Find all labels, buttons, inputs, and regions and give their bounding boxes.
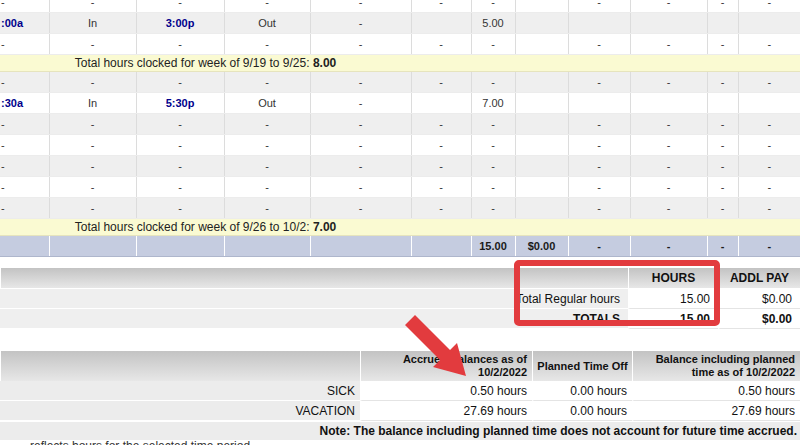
partial-footnote-text: reflects hours for the selected time per…: [30, 439, 250, 445]
timesheet-cell: -: [136, 177, 224, 198]
timesheet-cell: -: [136, 114, 224, 135]
timesheet-cell: [630, 93, 707, 114]
timesheet-day-row: -----------: [0, 198, 800, 219]
timesheet-table: -----------:00aIn3:00pOut-5.00----------…: [0, 0, 800, 257]
accrual-note-row: Note: The balance including planned time…: [0, 421, 800, 440]
timesheet-cell: [515, 198, 568, 219]
timesheet-cell: -: [411, 114, 471, 135]
timesheet-cell: $0.00: [515, 236, 568, 257]
timesheet-cell: -: [310, 198, 411, 219]
totals-hours-value: 15.00: [628, 309, 718, 329]
timesheet-cell: -: [49, 114, 136, 135]
timesheet-cell: -: [630, 0, 707, 13]
week-total-filler: [411, 55, 800, 72]
timesheet-cell: [738, 13, 800, 34]
timesheet-cell: -: [707, 135, 738, 156]
timesheet-cell: -: [707, 114, 738, 135]
timesheet-cell: -: [224, 135, 310, 156]
timesheet-cell: -: [0, 72, 49, 93]
timesheet-cell: -: [411, 135, 471, 156]
timesheet-cell: -: [707, 0, 738, 13]
timesheet-cell: -: [471, 177, 515, 198]
accrual-balances-table: Accrued Balances as of 10/2/2022 Planned…: [0, 351, 800, 440]
hours-summary-table: HOURS ADDL PAY Total Regular hours 15.00…: [0, 267, 800, 329]
timesheet-cell: [224, 236, 310, 257]
timesheet-cell: -: [49, 198, 136, 219]
timesheet-cell: [411, 93, 471, 114]
timesheet-cell: -: [0, 114, 49, 135]
timesheet-cell: [707, 93, 738, 114]
timesheet-cell: -: [738, 135, 800, 156]
timesheet-cell: -: [310, 114, 411, 135]
timesheet-cell: -: [310, 93, 411, 114]
timesheet-cell: -: [310, 177, 411, 198]
timesheet-cell: -: [630, 72, 707, 93]
timesheet-cell: -: [471, 156, 515, 177]
timesheet-cell: -: [310, 0, 411, 13]
accrual-note-text: Note: The balance including planned time…: [0, 421, 800, 440]
timesheet-cell: -: [0, 177, 49, 198]
timesheet-day-row: -----------: [0, 156, 800, 177]
timesheet-cell: -: [630, 135, 707, 156]
vacation-label: VACATION: [0, 401, 360, 421]
timesheet-cell: [411, 13, 471, 34]
timesheet-cell: Out: [224, 93, 310, 114]
timesheet-cell: -: [707, 198, 738, 219]
timesheet-cell: -: [0, 135, 49, 156]
timesheet-cell: -: [471, 72, 515, 93]
timesheet-cell: -: [49, 135, 136, 156]
timesheet-report: -----------:00aIn3:00pOut-5.00----------…: [0, 0, 800, 445]
timesheet-cell: -: [136, 135, 224, 156]
timesheet-cell: -: [224, 0, 310, 13]
timesheet-day-row: -----------: [0, 34, 800, 55]
addl-pay-column-header: ADDL PAY: [718, 267, 800, 289]
vacation-planned-value: 0.00 hours: [532, 401, 632, 421]
timesheet-cell: [515, 72, 568, 93]
timesheet-cell: -: [707, 177, 738, 198]
timesheet-cell: [0, 236, 49, 257]
week-total-row: Total hours clocked for week of 9/26 to …: [0, 219, 800, 236]
timesheet-cell: -: [136, 198, 224, 219]
timesheet-cell: -: [630, 177, 707, 198]
timesheet-cell: -: [568, 156, 630, 177]
accrual-header-spacer: [0, 351, 360, 381]
timesheet-cell: [411, 236, 471, 257]
timesheet-cell: [515, 93, 568, 114]
timesheet-cell: -: [411, 0, 471, 13]
timesheet-cell: -: [738, 114, 800, 135]
timesheet-cell: [515, 0, 568, 13]
week-total-text: Total hours clocked for week of 9/26 to …: [0, 219, 411, 236]
timesheet-cell: -: [568, 114, 630, 135]
timesheet-cell: :00a: [0, 13, 49, 34]
timesheet-cell: 5:30p: [136, 93, 224, 114]
timesheet-cell: -: [310, 34, 411, 55]
sick-accrued-value: 0.50 hours: [360, 381, 532, 401]
timesheet-cell: -: [630, 198, 707, 219]
timesheet-cell: -: [738, 156, 800, 177]
timesheet-cell: -: [630, 236, 707, 257]
timesheet-cell: -: [738, 72, 800, 93]
timesheet-day-row: -----------: [0, 177, 800, 198]
timesheet-cell: Out: [224, 13, 310, 34]
timesheet-cell: -: [0, 34, 49, 55]
timesheet-cell: -: [136, 34, 224, 55]
timesheet-cell: -: [707, 34, 738, 55]
timesheet-cell: -: [471, 0, 515, 13]
timesheet-cell: [136, 236, 224, 257]
timesheet-cell: 7.00: [471, 93, 515, 114]
timesheet-table-wrap: -----------:00aIn3:00pOut-5.00----------…: [0, 0, 800, 257]
timesheet-cell: -: [310, 72, 411, 93]
timesheet-cell: -: [49, 72, 136, 93]
timesheet-day-row: -----------: [0, 0, 800, 13]
total-regular-addl-pay-value: $0.00: [718, 289, 800, 309]
accrued-balances-header: Accrued Balances as of 10/2/2022: [360, 351, 532, 381]
week-total-row: Total hours clocked for week of 9/19 to …: [0, 55, 800, 72]
timesheet-cell: -: [224, 72, 310, 93]
timesheet-cell: -: [136, 72, 224, 93]
timesheet-cell: -: [630, 156, 707, 177]
timesheet-cell: -: [738, 198, 800, 219]
sick-row: SICK 0.50 hours 0.00 hours 0.50 hours: [0, 381, 800, 401]
timesheet-cell: [515, 34, 568, 55]
total-regular-hours-label: Total Regular hours: [0, 289, 628, 309]
totals-row: TOTALS 15.00 $0.00: [0, 309, 800, 329]
